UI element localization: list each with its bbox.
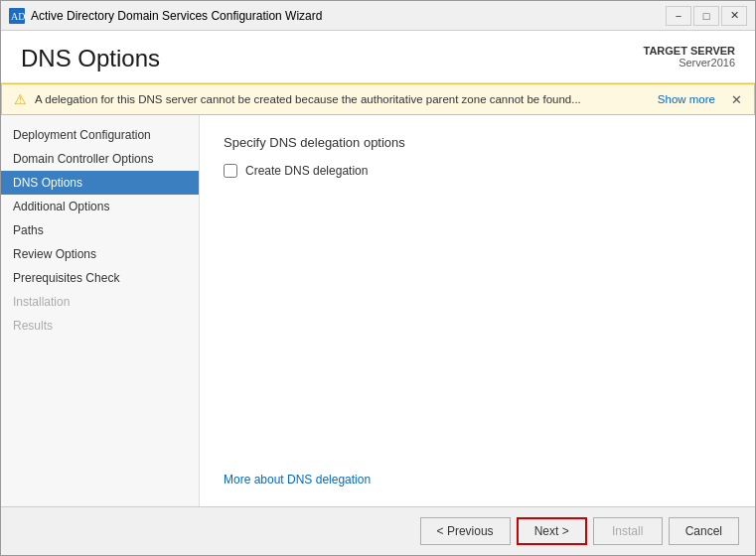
footer: < Previous Next > Install Cancel: [1, 506, 755, 555]
app-icon: AD: [9, 8, 25, 24]
next-button[interactable]: Next >: [517, 517, 587, 545]
close-warning-button[interactable]: ✕: [731, 92, 742, 107]
sidebar-item-prereq[interactable]: Prerequisites Check: [1, 266, 199, 290]
previous-button[interactable]: < Previous: [420, 517, 511, 545]
close-button[interactable]: ✕: [721, 6, 747, 26]
target-server-label: TARGET SERVER: [644, 45, 736, 57]
section-title: Specify DNS delegation options: [224, 135, 731, 150]
sidebar-item-installation: Installation: [1, 290, 199, 314]
page-title: DNS Options: [21, 45, 160, 72]
content-area: Deployment Configuration Domain Controll…: [1, 115, 755, 506]
page-header: DNS Options TARGET SERVER Server2016: [1, 31, 755, 83]
warning-bar: ⚠ A delegation for this DNS server canno…: [1, 83, 755, 115]
sidebar: Deployment Configuration Domain Controll…: [1, 115, 200, 506]
sidebar-item-dc-options[interactable]: Domain Controller Options: [1, 147, 199, 171]
sidebar-item-deployment[interactable]: Deployment Configuration: [1, 123, 199, 147]
sidebar-item-review[interactable]: Review Options: [1, 242, 199, 266]
more-about-dns-link[interactable]: More about DNS delegation: [224, 473, 371, 486]
main-window: AD Active Directory Domain Services Conf…: [0, 0, 756, 556]
sidebar-item-dns-options[interactable]: DNS Options: [1, 171, 199, 195]
create-dns-delegation-label: Create DNS delegation: [245, 164, 368, 178]
dns-delegation-row: Create DNS delegation: [224, 164, 731, 178]
target-server-name: Server2016: [644, 57, 736, 69]
title-bar-left: AD Active Directory Domain Services Conf…: [9, 8, 322, 24]
cancel-button[interactable]: Cancel: [669, 517, 739, 545]
minimize-button[interactable]: −: [666, 6, 691, 26]
more-link-container: More about DNS delegation: [224, 453, 731, 486]
create-dns-delegation-checkbox[interactable]: [224, 164, 237, 178]
restore-button[interactable]: □: [693, 6, 719, 26]
title-bar: AD Active Directory Domain Services Conf…: [1, 1, 755, 31]
sidebar-item-additional[interactable]: Additional Options: [1, 195, 199, 218]
show-more-link[interactable]: Show more: [658, 93, 715, 105]
target-server-info: TARGET SERVER Server2016: [644, 45, 736, 69]
install-button[interactable]: Install: [593, 517, 663, 545]
warning-text: A delegation for this DNS server cannot …: [35, 93, 650, 105]
warning-icon: ⚠: [14, 91, 27, 107]
main-content: Specify DNS delegation options Create DN…: [200, 115, 755, 506]
sidebar-item-paths[interactable]: Paths: [1, 218, 199, 242]
svg-text:AD: AD: [11, 11, 25, 22]
window-title: Active Directory Domain Services Configu…: [31, 9, 322, 23]
title-bar-controls: − □ ✕: [666, 6, 747, 26]
sidebar-item-results: Results: [1, 314, 199, 338]
